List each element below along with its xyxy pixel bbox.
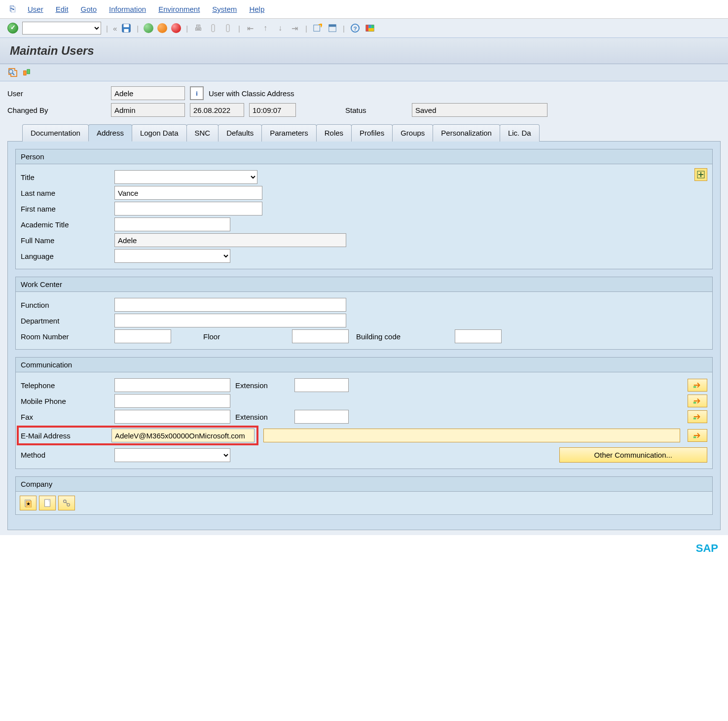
academic-title-field[interactable] xyxy=(114,217,230,231)
menu-edit[interactable]: Edit xyxy=(56,5,69,13)
status-field xyxy=(412,103,547,117)
menu-information[interactable]: Information xyxy=(109,5,146,13)
svg-rect-3 xyxy=(314,25,320,32)
menubar: ⎘ User Edit Goto Information Environment… xyxy=(0,0,728,19)
tab-documentation[interactable]: Documentation xyxy=(22,124,89,142)
svg-rect-23 xyxy=(693,418,696,420)
help-icon[interactable]: ? xyxy=(350,23,361,34)
tab-groups[interactable]: Groups xyxy=(392,124,433,142)
svg-rect-22 xyxy=(693,402,696,404)
company-assign-button[interactable]: ★ xyxy=(20,496,36,510)
telephone-more-button[interactable] xyxy=(688,379,707,392)
expand-person-button[interactable] xyxy=(694,168,707,181)
building-code-field[interactable] xyxy=(455,329,502,343)
svg-text:★: ★ xyxy=(26,501,31,506)
email-field[interactable] xyxy=(111,429,255,442)
tab-profiles[interactable]: Profiles xyxy=(351,124,393,142)
tab-snc[interactable]: SNC xyxy=(186,124,219,142)
company-group-title: Company xyxy=(16,477,712,492)
tab-roles[interactable]: Roles xyxy=(316,124,352,142)
method-select[interactable] xyxy=(114,448,230,462)
separator: | xyxy=(185,24,189,33)
floor-label: Floor xyxy=(203,332,228,341)
tab-personalization[interactable]: Personalization xyxy=(433,124,500,142)
svg-rect-6 xyxy=(329,25,336,27)
page-title: Maintain Users xyxy=(10,44,718,58)
exit-button[interactable] xyxy=(157,23,167,33)
mobile-more-button[interactable] xyxy=(688,395,707,407)
company-link-button[interactable] xyxy=(58,496,75,510)
toolbar: | « | | 🖶 | ⇤ ↑ ↓ ⇥ | | ? xyxy=(0,19,728,38)
last-name-label: Last name xyxy=(21,189,109,197)
sap-logo: SAP xyxy=(696,542,718,555)
info-button[interactable]: i xyxy=(190,86,204,100)
mobile-phone-field[interactable] xyxy=(114,394,230,408)
tab-logon-data[interactable]: Logon Data xyxy=(132,124,187,142)
other-communication-button[interactable]: Other Communication... xyxy=(559,447,707,463)
work-center-group-title: Work Center xyxy=(16,277,712,292)
tab-defaults[interactable]: Defaults xyxy=(218,124,262,142)
last-name-field[interactable] xyxy=(114,186,262,200)
separator: | xyxy=(136,24,140,33)
menu-user[interactable]: User xyxy=(28,5,43,13)
room-number-field[interactable] xyxy=(114,329,171,343)
back-button[interactable] xyxy=(144,23,153,33)
language-label: Language xyxy=(21,252,109,260)
menu-environment[interactable]: Environment xyxy=(158,5,200,13)
tel-extension-label: Extension xyxy=(235,381,290,390)
svg-rect-10 xyxy=(366,25,368,32)
svg-line-15 xyxy=(12,73,14,75)
find-icon xyxy=(208,23,218,34)
separator: | xyxy=(304,24,308,33)
language-select[interactable] xyxy=(114,249,230,263)
department-field[interactable] xyxy=(114,314,346,327)
communication-group-title: Communication xyxy=(16,358,712,372)
person-group-title: Person xyxy=(16,149,712,164)
fax-field[interactable] xyxy=(114,410,230,424)
full-name-field[interactable] xyxy=(114,233,346,247)
first-page-icon: ⇤ xyxy=(245,23,256,34)
person-group: Person Title Last name First name xyxy=(15,149,713,269)
first-name-field[interactable] xyxy=(114,202,262,216)
enter-button[interactable] xyxy=(7,23,18,34)
method-label: Method xyxy=(21,451,109,459)
new-session-icon[interactable] xyxy=(312,23,323,34)
telephone-label: Telephone xyxy=(21,381,109,390)
fax-extension-field[interactable] xyxy=(294,410,349,424)
shortcut-icon[interactable] xyxy=(327,23,338,34)
function-field[interactable] xyxy=(114,298,346,312)
telephone-field[interactable] xyxy=(114,378,230,392)
cancel-button[interactable] xyxy=(171,23,181,33)
tab-lic-data[interactable]: Lic. Da xyxy=(500,124,540,142)
menu-system[interactable]: System xyxy=(212,5,237,13)
subtoolbar xyxy=(0,64,728,81)
reference-icon[interactable] xyxy=(21,67,32,78)
company-new-button[interactable] xyxy=(39,496,56,510)
find-next-icon xyxy=(222,23,233,34)
display-change-icon[interactable] xyxy=(7,67,18,78)
email-label: E-Mail Address xyxy=(21,432,107,440)
tabstrip: Documentation Address Logon Data SNC Def… xyxy=(7,124,721,142)
svg-rect-1 xyxy=(124,24,129,27)
work-center-group: Work Center Function Department Room Num… xyxy=(15,277,713,350)
floor-field[interactable] xyxy=(292,329,349,343)
svg-line-31 xyxy=(66,502,68,504)
tel-extension-field[interactable] xyxy=(294,378,349,392)
svg-rect-12 xyxy=(371,25,373,28)
fax-more-button[interactable] xyxy=(688,410,707,423)
command-field[interactable] xyxy=(22,22,101,35)
full-name-label: Full Name xyxy=(21,236,109,245)
tab-parameters[interactable]: Parameters xyxy=(261,124,317,142)
user-field[interactable] xyxy=(111,86,185,100)
title-select[interactable] xyxy=(114,170,257,184)
svg-rect-2 xyxy=(124,29,129,32)
tab-address[interactable]: Address xyxy=(88,124,132,142)
menu-goto[interactable]: Goto xyxy=(81,5,97,13)
prev-page-icon: ↑ xyxy=(260,23,271,34)
back-double-icon[interactable]: « xyxy=(113,24,117,33)
email-more-button[interactable] xyxy=(688,429,707,442)
menu-help[interactable]: Help xyxy=(249,5,264,13)
save-icon[interactable] xyxy=(121,23,132,34)
layout-icon[interactable] xyxy=(364,23,375,34)
email-extended-bar xyxy=(263,429,680,442)
